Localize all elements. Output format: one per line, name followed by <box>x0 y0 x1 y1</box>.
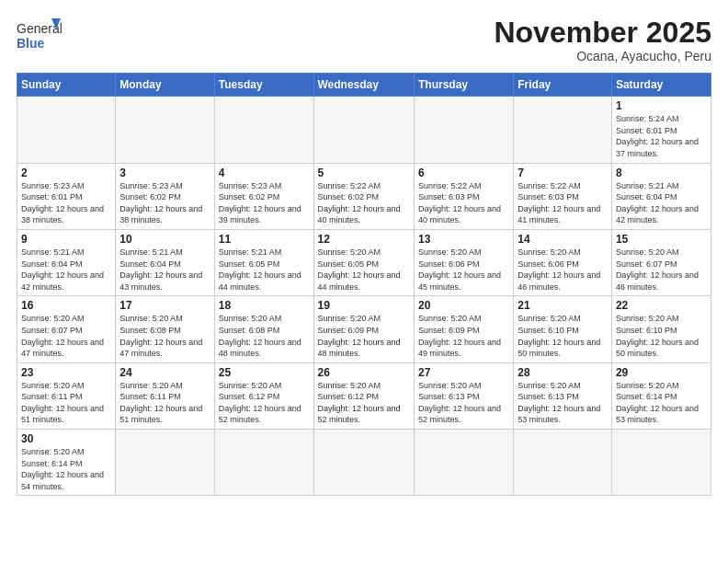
table-row: 26Sunrise: 5:20 AM Sunset: 6:12 PM Dayli… <box>313 362 414 429</box>
table-row <box>214 97 313 163</box>
table-row: 18Sunrise: 5:20 AM Sunset: 6:08 PM Dayli… <box>214 296 313 362</box>
table-row: 10Sunrise: 5:21 AM Sunset: 6:04 PM Dayli… <box>116 229 214 295</box>
location-subtitle: Ocana, Ayacucho, Peru <box>494 49 711 63</box>
day-info: Sunrise: 5:20 AM Sunset: 6:10 PM Dayligh… <box>518 313 608 359</box>
table-row: 3Sunrise: 5:23 AM Sunset: 6:02 PM Daylig… <box>116 163 214 229</box>
table-row: 6Sunrise: 5:22 AM Sunset: 6:03 PM Daylig… <box>414 163 513 229</box>
table-row: 20Sunrise: 5:20 AM Sunset: 6:09 PM Dayli… <box>414 296 513 362</box>
day-number: 27 <box>418 366 509 379</box>
table-row: 28Sunrise: 5:20 AM Sunset: 6:13 PM Dayli… <box>514 362 612 429</box>
table-row: 16Sunrise: 5:20 AM Sunset: 6:07 PM Dayli… <box>17 296 116 362</box>
table-row <box>214 430 313 496</box>
table-row: 27Sunrise: 5:20 AM Sunset: 6:13 PM Dayli… <box>414 362 513 429</box>
day-info: Sunrise: 5:21 AM Sunset: 6:04 PM Dayligh… <box>119 247 210 293</box>
day-number: 28 <box>518 366 608 379</box>
day-number: 4 <box>219 167 310 179</box>
table-row: 4Sunrise: 5:23 AM Sunset: 6:02 PM Daylig… <box>214 163 313 229</box>
day-info: Sunrise: 5:20 AM Sunset: 6:14 PM Dayligh… <box>21 446 111 492</box>
day-info: Sunrise: 5:21 AM Sunset: 6:05 PM Dayligh… <box>219 247 310 293</box>
day-info: Sunrise: 5:23 AM Sunset: 6:02 PM Dayligh… <box>119 180 210 226</box>
day-info: Sunrise: 5:20 AM Sunset: 6:08 PM Dayligh… <box>219 313 310 359</box>
table-row: 19Sunrise: 5:20 AM Sunset: 6:09 PM Dayli… <box>313 296 414 362</box>
day-info: Sunrise: 5:20 AM Sunset: 6:07 PM Dayligh… <box>616 247 707 293</box>
table-row: 21Sunrise: 5:20 AM Sunset: 6:10 PM Dayli… <box>514 296 612 362</box>
table-row: 15Sunrise: 5:20 AM Sunset: 6:07 PM Dayli… <box>611 229 711 295</box>
logo: General Blue <box>17 17 63 55</box>
day-number: 2 <box>21 167 111 179</box>
day-info: Sunrise: 5:20 AM Sunset: 6:06 PM Dayligh… <box>518 247 608 293</box>
day-info: Sunrise: 5:20 AM Sunset: 6:08 PM Dayligh… <box>119 313 210 359</box>
day-number: 21 <box>518 299 608 312</box>
month-title: November 2025 <box>494 17 711 49</box>
header-thursday: Thursday <box>414 74 513 97</box>
table-row: 22Sunrise: 5:20 AM Sunset: 6:10 PM Dayli… <box>611 296 711 362</box>
day-number: 25 <box>219 366 310 379</box>
day-info: Sunrise: 5:22 AM Sunset: 6:02 PM Dayligh… <box>318 180 410 226</box>
header-sunday: Sunday <box>17 74 116 97</box>
table-row <box>17 97 116 163</box>
day-number: 7 <box>518 167 608 179</box>
table-row: 30Sunrise: 5:20 AM Sunset: 6:14 PM Dayli… <box>17 430 116 496</box>
header-tuesday: Tuesday <box>214 74 313 97</box>
day-number: 10 <box>119 233 210 246</box>
day-info: Sunrise: 5:20 AM Sunset: 6:12 PM Dayligh… <box>219 380 310 426</box>
table-row: 8Sunrise: 5:21 AM Sunset: 6:04 PM Daylig… <box>611 163 711 229</box>
table-row: 17Sunrise: 5:20 AM Sunset: 6:08 PM Dayli… <box>116 296 214 362</box>
day-info: Sunrise: 5:20 AM Sunset: 6:05 PM Dayligh… <box>318 247 410 293</box>
calendar-header-row: Sunday Monday Tuesday Wednesday Thursday… <box>17 74 711 97</box>
day-info: Sunrise: 5:21 AM Sunset: 6:04 PM Dayligh… <box>21 247 111 293</box>
table-row <box>514 97 612 163</box>
table-row: 9Sunrise: 5:21 AM Sunset: 6:04 PM Daylig… <box>17 229 116 295</box>
day-info: Sunrise: 5:20 AM Sunset: 6:12 PM Dayligh… <box>318 380 410 426</box>
day-info: Sunrise: 5:23 AM Sunset: 6:01 PM Dayligh… <box>21 180 111 226</box>
table-row: 5Sunrise: 5:22 AM Sunset: 6:02 PM Daylig… <box>313 163 414 229</box>
day-number: 3 <box>119 167 210 179</box>
table-row: 2Sunrise: 5:23 AM Sunset: 6:01 PM Daylig… <box>17 163 116 229</box>
day-info: Sunrise: 5:22 AM Sunset: 6:03 PM Dayligh… <box>518 180 608 226</box>
day-number: 12 <box>318 233 410 246</box>
day-number: 16 <box>21 299 111 312</box>
table-row <box>514 430 612 496</box>
day-info: Sunrise: 5:20 AM Sunset: 6:10 PM Dayligh… <box>616 313 707 359</box>
day-number: 14 <box>518 233 608 246</box>
logo-svg: General Blue <box>17 17 63 55</box>
header-saturday: Saturday <box>611 74 711 97</box>
table-row <box>116 97 214 163</box>
day-info: Sunrise: 5:20 AM Sunset: 6:07 PM Dayligh… <box>21 313 111 359</box>
day-number: 6 <box>418 167 509 179</box>
table-row: 1Sunrise: 5:24 AM Sunset: 6:01 PM Daylig… <box>611 97 711 163</box>
day-number: 13 <box>418 233 509 246</box>
table-row: 12Sunrise: 5:20 AM Sunset: 6:05 PM Dayli… <box>313 229 414 295</box>
day-number: 9 <box>21 233 111 246</box>
day-number: 29 <box>616 366 707 379</box>
calendar-table: Sunday Monday Tuesday Wednesday Thursday… <box>17 73 711 496</box>
day-info: Sunrise: 5:20 AM Sunset: 6:13 PM Dayligh… <box>518 380 608 426</box>
day-info: Sunrise: 5:23 AM Sunset: 6:02 PM Dayligh… <box>219 180 310 226</box>
day-info: Sunrise: 5:20 AM Sunset: 6:13 PM Dayligh… <box>418 380 509 426</box>
day-number: 20 <box>418 299 509 312</box>
table-row: 7Sunrise: 5:22 AM Sunset: 6:03 PM Daylig… <box>514 163 612 229</box>
day-number: 23 <box>21 366 111 379</box>
table-row: 14Sunrise: 5:20 AM Sunset: 6:06 PM Dayli… <box>514 229 612 295</box>
table-row <box>313 430 414 496</box>
day-number: 26 <box>318 366 410 379</box>
table-row: 13Sunrise: 5:20 AM Sunset: 6:06 PM Dayli… <box>414 229 513 295</box>
table-row: 11Sunrise: 5:21 AM Sunset: 6:05 PM Dayli… <box>214 229 313 295</box>
table-row <box>611 430 711 496</box>
day-info: Sunrise: 5:20 AM Sunset: 6:09 PM Dayligh… <box>318 313 410 359</box>
day-info: Sunrise: 5:20 AM Sunset: 6:11 PM Dayligh… <box>21 380 111 426</box>
day-number: 18 <box>219 299 310 312</box>
day-number: 1 <box>616 99 707 112</box>
title-block: November 2025 Ocana, Ayacucho, Peru <box>494 17 711 63</box>
table-row: 29Sunrise: 5:20 AM Sunset: 6:14 PM Dayli… <box>611 362 711 429</box>
day-info: Sunrise: 5:22 AM Sunset: 6:03 PM Dayligh… <box>418 180 509 226</box>
day-number: 30 <box>21 432 111 445</box>
day-number: 19 <box>318 299 410 312</box>
day-info: Sunrise: 5:20 AM Sunset: 6:06 PM Dayligh… <box>418 247 509 293</box>
table-row: 23Sunrise: 5:20 AM Sunset: 6:11 PM Dayli… <box>17 362 116 429</box>
table-row: 24Sunrise: 5:20 AM Sunset: 6:11 PM Dayli… <box>116 362 214 429</box>
svg-text:Blue: Blue <box>17 36 45 51</box>
table-row <box>313 97 414 163</box>
day-number: 5 <box>318 167 410 179</box>
day-number: 24 <box>119 366 210 379</box>
